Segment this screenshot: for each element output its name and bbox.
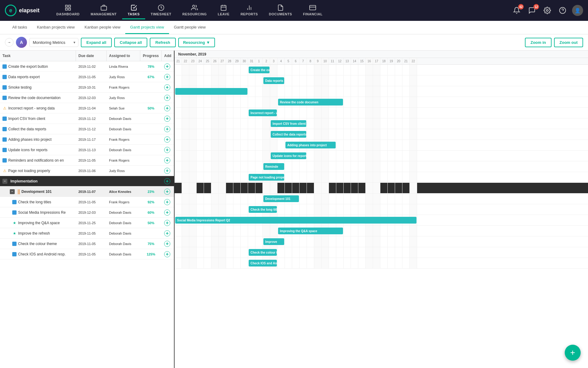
alerts-badge[interactable]: 42 [511, 5, 522, 16]
gantt-bar[interactable]: Improving the Q&A space [278, 228, 343, 234]
gantt-cell [366, 151, 373, 161]
task-add[interactable]: + [162, 62, 174, 71]
task-add[interactable]: + [162, 125, 174, 134]
collapse-button[interactable]: − [2, 179, 7, 184]
arrow-left-button[interactable]: → [5, 38, 13, 47]
task-add[interactable]: + [162, 145, 174, 155]
collapse-group-button[interactable]: − [10, 189, 15, 194]
tab-kanban-projects[interactable]: Kanban projects view [32, 21, 80, 34]
refresh-button[interactable]: Refresh [150, 38, 175, 47]
gantt-bar[interactable]: Incorrect report - w [249, 109, 277, 116]
gantt-bar[interactable]: Import CSV from client [271, 120, 306, 127]
settings-badge[interactable] [541, 5, 553, 16]
table-row: Check IOS and Android resp. 2019-11-05 D… [0, 249, 174, 259]
expand-all-button[interactable]: Expand all [81, 38, 112, 47]
tab-gantt-people[interactable]: Gantt people view [169, 21, 211, 34]
gantt-cell [322, 129, 329, 140]
gantt-bar[interactable]: Check IOS and Android response [249, 260, 277, 266]
gantt-cell [248, 194, 255, 204]
task-add[interactable]: + [162, 229, 174, 238]
gantt-bar[interactable]: Reminde [263, 163, 284, 170]
nav-tasks[interactable]: TASKS [122, 2, 145, 19]
task-add[interactable]: + [162, 197, 174, 207]
gantt-cell [189, 172, 197, 182]
task-add[interactable]: + [162, 156, 174, 165]
gantt-cell [197, 65, 204, 75]
gantt-cell [358, 236, 366, 247]
fab-button[interactable]: + [565, 345, 581, 361]
task-add[interactable]: + [162, 239, 174, 248]
task-label: Improve the refresh [18, 231, 50, 236]
gantt-bar[interactable]: Create the export [249, 67, 270, 73]
task-label: Incorrect report - wrong data [8, 106, 55, 110]
gantt-bar[interactable]: Social Media Impressions Report Q2 [175, 217, 417, 224]
zoom-out-button[interactable]: Zoom out [554, 38, 583, 47]
gantt-cell [351, 172, 358, 182]
clock-icon [158, 4, 164, 11]
task-add[interactable]: + [162, 135, 174, 144]
help-badge[interactable] [557, 5, 568, 16]
gantt-cell [344, 108, 351, 118]
nav-financial[interactable]: FINANCIAL [297, 2, 328, 19]
task-add[interactable]: + [162, 104, 174, 113]
gantt-bar[interactable]: Data reports e [263, 77, 284, 84]
task-add[interactable]: + [162, 93, 174, 102]
gantt-bar[interactable]: Check the long titles [249, 206, 277, 213]
nav-dashboard[interactable]: DASHBOARD [51, 2, 85, 19]
section-add[interactable]: + [162, 177, 174, 186]
gantt-cell [366, 140, 373, 150]
zoom-in-button[interactable]: Zoom in [525, 38, 552, 47]
task-add[interactable]: + [162, 72, 174, 82]
gantt-cell [388, 108, 395, 118]
tab-gantt-projects[interactable]: Gantt projects view [125, 21, 169, 34]
task-add[interactable]: + [162, 208, 174, 217]
gantt-bar[interactable]: Collect the data reports [271, 131, 306, 138]
group-label: Development 101 [21, 190, 52, 194]
nav-documents[interactable]: DOCUMENTS [263, 2, 297, 19]
nav-management[interactable]: MANAGEMENT [85, 2, 122, 19]
table-row: Reminders and notifications on en 2019-1… [0, 155, 174, 166]
collapse-all-button[interactable]: Collapse all [114, 38, 147, 47]
table-row: Update icons for reports 2019-11-13 Debo… [0, 145, 174, 155]
resourcing-dropdown[interactable]: Resourcing ▼ [178, 38, 215, 47]
gantt-bar[interactable]: Review the code documen [278, 99, 343, 105]
tab-kanban-people[interactable]: Kanban people view [80, 21, 125, 34]
gantt-cell [336, 194, 344, 204]
day-cell: 16 [366, 58, 373, 64]
nav-reports[interactable]: REPORTS [235, 2, 263, 19]
group-add[interactable]: + [162, 187, 174, 196]
task-progress: 60% [140, 209, 162, 216]
task-assign: Judy Ross [107, 74, 140, 80]
task-add[interactable]: + [162, 83, 174, 92]
gantt-cell [204, 97, 211, 107]
task-add[interactable]: + [162, 250, 174, 259]
day-cell: 27 [219, 58, 226, 64]
gantt-bar[interactable]: Page not loading properly [249, 174, 284, 181]
nav-timesheet[interactable]: TIMESHEET [145, 2, 177, 19]
gantt-cell [197, 258, 204, 268]
gantt-cell [219, 204, 226, 215]
user-avatar[interactable]: 👤 [572, 5, 583, 16]
logo[interactable]: e elapseit [5, 5, 45, 16]
tab-all-tasks[interactable]: All tasks [7, 21, 32, 34]
gantt-bar[interactable]: Development 101 [263, 195, 299, 202]
gantt-cell [402, 140, 410, 150]
messages-badge[interactable]: 12 [526, 5, 538, 16]
gantt-bar[interactable]: Adding phases into project [285, 142, 336, 148]
task-add[interactable]: + [162, 218, 174, 228]
task-add[interactable]: + [162, 114, 174, 123]
gantt-bar[interactable]: Check the colour theme [249, 249, 277, 256]
gantt-cell [410, 236, 417, 247]
gantt-cell [388, 226, 395, 236]
gantt-cell [241, 247, 248, 258]
gantt-bar[interactable] [175, 88, 247, 95]
gantt-cell [395, 129, 402, 140]
nav-leave[interactable]: LEAVE [212, 2, 235, 19]
gantt-cell [322, 161, 329, 172]
project-select[interactable]: Monitoring Metrics [29, 38, 78, 47]
gantt-bar[interactable]: Improve [263, 238, 284, 245]
task-add[interactable]: + [162, 166, 174, 175]
gantt-cell [226, 151, 233, 161]
nav-resourcing[interactable]: RESOURCING [177, 2, 212, 19]
gantt-bar[interactable]: Update icons for reports [271, 152, 306, 159]
